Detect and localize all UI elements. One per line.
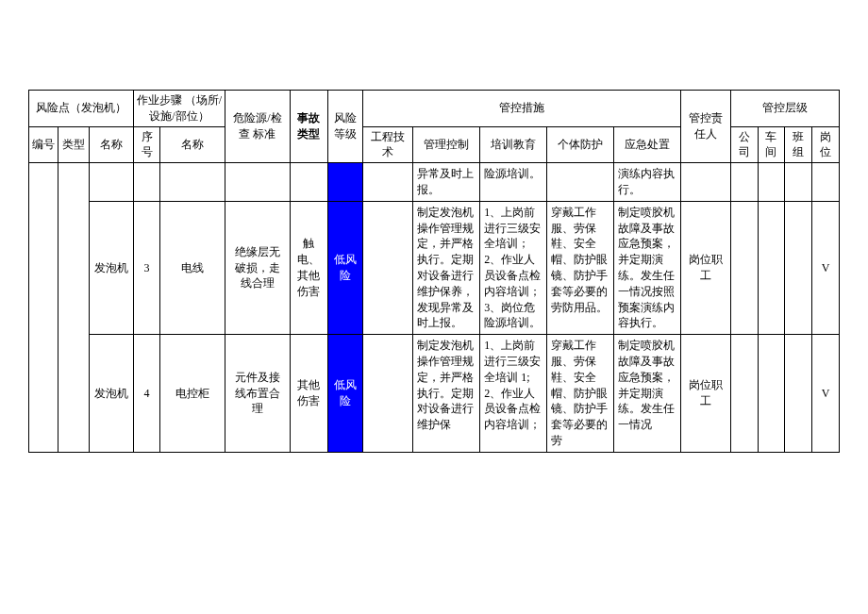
cell-risk: 低风险 xyxy=(327,201,363,334)
hdr-seq: 序号 xyxy=(133,126,160,163)
hdr-mgmt: 管理控制 xyxy=(413,126,480,163)
page-root: 风险点（发泡机） 作业步骤 （场所/设施/部位） 危险源/检查 标准 事故类型 … xyxy=(0,0,868,614)
cell-train: 1、上岗前进行三级安全培训 1;2、作业人员设备点检内容培训； xyxy=(480,335,547,453)
cell-ppe: 穿戴工作服、劳保鞋、安全帽、防护眼镜、防护手套等必要的劳防用品。 xyxy=(546,201,613,334)
cell-mgmt: 制定发泡机操作管理规定，并严格执行。定期对设备进行维护保 xyxy=(413,335,480,453)
hdr-workshop: 车间 xyxy=(758,126,785,163)
hdr-risk-level: 风险等级 xyxy=(327,91,363,163)
hdr-step-group: 作业步骤 （场所/设施/部位） xyxy=(133,91,225,127)
cell-name: 发泡机 xyxy=(90,335,134,453)
cell-eng xyxy=(363,201,413,334)
hdr-ppe: 个体防护 xyxy=(546,126,613,163)
hdr-responsible: 管控责任人 xyxy=(680,91,730,163)
cell-step: 电控柜 xyxy=(160,335,225,453)
table-row: 异常及时上报。 险源培训。 演练内容执行。 xyxy=(29,163,840,202)
cell-mgmt: 异常及时上报。 xyxy=(413,163,480,202)
cell-workshop xyxy=(758,335,785,453)
cell-emer: 演练内容执行。 xyxy=(613,163,680,202)
cell-risk: 低风险 xyxy=(327,335,363,453)
hdr-type: 类型 xyxy=(58,126,89,163)
cell-workshop xyxy=(758,163,785,202)
cell-seq: 4 xyxy=(133,335,160,453)
cell-step xyxy=(160,163,225,202)
hdr-eng: 工程技术 xyxy=(363,126,413,163)
cell-pos xyxy=(812,163,840,202)
hdr-name: 名称 xyxy=(90,126,134,163)
cell-ppe: 穿戴工作服、劳保鞋、安全帽、防护眼镜、防护手套等必要的劳 xyxy=(546,335,613,453)
hdr-accident: 事故类型 xyxy=(290,91,327,163)
cell-hazard: 元件及接线布置合理 xyxy=(225,335,291,453)
table-row: 发泡机 3 电线 绝缘层无破损，走线合理 触电、其他伤害 低风险 制定发泡机操作… xyxy=(29,201,840,334)
table-header: 风险点（发泡机） 作业步骤 （场所/设施/部位） 危险源/检查 标准 事故类型 … xyxy=(29,91,840,163)
cell-team xyxy=(785,163,812,202)
hdr-control-level: 管控层级 xyxy=(730,91,839,127)
cell-mgmt: 制定发泡机操作管理规定，并严格执行。定期对设备进行维护保养，发现异常及时上报。 xyxy=(413,201,480,334)
table-row: 发泡机 4 电控柜 元件及接线布置合理 其他伤害 低风险 制定发泡机操作管理规定… xyxy=(29,335,840,453)
cell-hazard: 绝缘层无破损，走线合理 xyxy=(225,201,291,334)
hdr-train: 培训教育 xyxy=(480,126,547,163)
cell-emer: 制定喷胶机故障及事故应急预案，并定期演练。发生任一情况 xyxy=(613,335,680,453)
cell-company xyxy=(730,201,758,334)
cell-team xyxy=(785,335,812,453)
cell-num xyxy=(29,163,58,453)
risk-table: 风险点（发泡机） 作业步骤 （场所/设施/部位） 危险源/检查 标准 事故类型 … xyxy=(28,90,840,453)
hdr-hazard: 危险源/检查 标准 xyxy=(225,91,291,163)
cell-resp xyxy=(680,163,730,202)
cell-eng xyxy=(363,335,413,453)
cell-type xyxy=(58,163,89,453)
cell-hazard xyxy=(225,163,291,202)
hdr-emer: 应急处置 xyxy=(613,126,680,163)
cell-pos: V xyxy=(812,201,840,334)
cell-step: 电线 xyxy=(160,201,225,334)
hdr-company: 公司 xyxy=(730,126,758,163)
hdr-measures: 管控措施 xyxy=(363,91,680,127)
cell-train: 险源培训。 xyxy=(480,163,547,202)
cell-train: 1、上岗前进行三级安全培训；2、作业人员设备点检内容培训；3、岗位危险源培训。 xyxy=(480,201,547,334)
cell-resp: 岗位职工 xyxy=(680,335,730,453)
cell-resp: 岗位职工 xyxy=(680,201,730,334)
cell-accident: 触电、其他伤害 xyxy=(290,201,327,334)
cell-eng xyxy=(363,163,413,202)
cell-accident: 其他伤害 xyxy=(290,335,327,453)
cell-name: 发泡机 xyxy=(90,201,134,334)
cell-seq xyxy=(133,163,160,202)
cell-pos: V xyxy=(812,335,840,453)
hdr-step-name: 名称 xyxy=(160,126,225,163)
cell-emer: 制定喷胶机故障及事故应急预案，并定期演练。发生任一情况按照预案演练内容执行。 xyxy=(613,201,680,334)
cell-team xyxy=(785,201,812,334)
cell-name xyxy=(90,163,134,202)
cell-seq: 3 xyxy=(133,201,160,334)
cell-ppe xyxy=(546,163,613,202)
cell-workshop xyxy=(758,201,785,334)
hdr-risk-point: 风险点（发泡机） xyxy=(29,91,134,127)
cell-accident xyxy=(290,163,327,202)
cell-risk xyxy=(327,163,363,202)
hdr-team: 班组 xyxy=(785,126,812,163)
hdr-num: 编号 xyxy=(29,126,58,163)
cell-company xyxy=(730,163,758,202)
cell-company xyxy=(730,335,758,453)
hdr-position: 岗位 xyxy=(812,126,840,163)
